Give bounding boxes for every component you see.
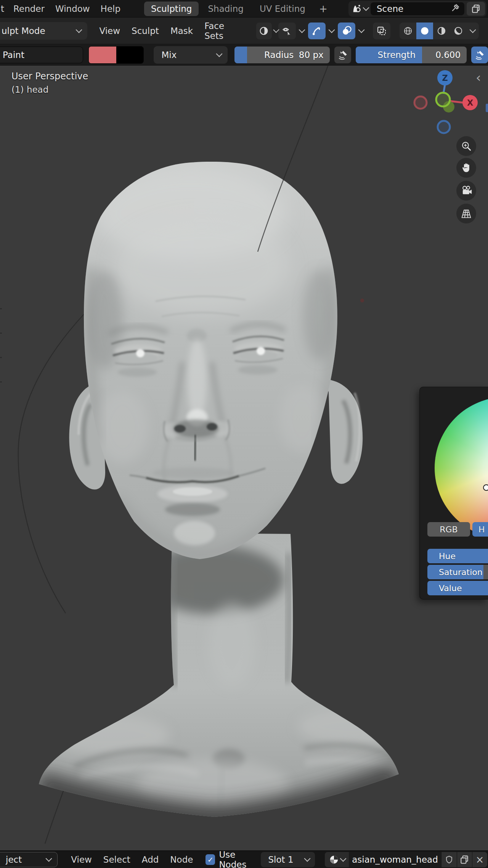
blender-sculpting-screen: { "topbar": { "clipped_menu_text": "t", … <box>0 0 488 868</box>
chevron-down-icon <box>76 26 82 33</box>
copy-material-icon[interactable] <box>457 852 472 867</box>
3d-viewport[interactable]: User Perspective (1) head Z X ‹ RGB H Hu… <box>0 66 488 850</box>
fake-user-shield-icon[interactable] <box>441 852 456 867</box>
menu-window[interactable]: Window <box>50 2 95 15</box>
show-gizmo-icon[interactable] <box>308 23 326 39</box>
chevron-down-icon <box>216 50 223 57</box>
topbar: t Render Window Help Sculpting Shading U… <box>0 0 488 18</box>
gizmo-z-label: Z <box>442 74 448 83</box>
edge-tick <box>0 333 2 334</box>
chevron-down-icon[interactable] <box>358 26 365 33</box>
zoom-icon[interactable] <box>456 136 476 156</box>
menu-add[interactable]: Add <box>136 853 165 866</box>
menu-select[interactable]: Select <box>98 853 136 866</box>
menu-mask[interactable]: Mask <box>165 24 199 37</box>
chevron-down-icon <box>340 855 346 862</box>
clipped-edit-menu[interactable]: t <box>0 2 8 15</box>
hue-slider[interactable]: Hue <box>427 549 488 563</box>
chevron-down-icon <box>304 855 311 862</box>
scene-icon[interactable] <box>350 3 361 14</box>
viewport-toggles <box>278 23 479 39</box>
xray-toggle-icon[interactable] <box>373 23 390 39</box>
edge-tick <box>0 381 2 383</box>
shader-type-selector[interactable]: ject <box>0 852 58 867</box>
strength-slider[interactable]: Strength 0.600 <box>356 47 467 63</box>
menu-render[interactable]: Render <box>8 2 50 15</box>
edge-tick <box>0 308 2 309</box>
workspace-tabs: Sculpting Shading UV Editing + <box>144 2 332 16</box>
primary-color-swatch[interactable] <box>89 47 116 63</box>
rendered-shading-icon[interactable] <box>450 23 467 39</box>
tab-sculpting[interactable]: Sculpting <box>144 2 199 16</box>
strength-pressure-icon[interactable] <box>471 47 488 63</box>
tool-settings-bar: Paint Mix Radius 80 px Strength 0.600 <box>0 44 488 66</box>
chevron-down-icon[interactable] <box>299 26 305 33</box>
show-overlays-icon[interactable] <box>338 23 355 39</box>
view-perspective-label: User Perspective <box>11 71 88 82</box>
camera-view-icon[interactable] <box>456 181 476 201</box>
pan-hand-icon[interactable] <box>456 158 476 178</box>
sculpt-torso <box>36 533 412 818</box>
viewport-header: ulpt Mode View Sculpt Mask Face Sets <box>0 18 488 44</box>
blend-mode-selector[interactable]: Mix <box>154 46 228 64</box>
use-nodes-checkbox[interactable]: ✓ <box>205 854 215 865</box>
color-wheel-cursor[interactable] <box>483 484 488 491</box>
gizmo-axis-neg-x[interactable] <box>414 96 427 109</box>
menu-sculpt[interactable]: Sculpt <box>126 24 165 37</box>
falloff-icon[interactable] <box>256 23 272 39</box>
active-tool-name[interactable]: Paint <box>0 47 83 63</box>
sculpt-canvas[interactable] <box>0 66 488 850</box>
material-name-field[interactable]: asian_woman_head <box>349 852 441 867</box>
shader-editor-header: ject View Select Add Node ✓ Use Nodes Sl… <box>0 850 488 868</box>
brush-color-swatches <box>88 46 144 64</box>
use-nodes-label: Use Nodes <box>219 850 260 868</box>
hsv-color-wheel[interactable] <box>435 397 488 539</box>
object-visibility-icon[interactable] <box>278 23 296 39</box>
chevron-down-icon <box>46 855 52 862</box>
chevron-down-icon[interactable] <box>363 4 369 11</box>
material-slot-selector[interactable]: Slot 1 <box>261 852 315 867</box>
material-preview-shading-icon[interactable] <box>433 23 450 39</box>
radius-slider[interactable]: Radius 80 px <box>234 47 330 63</box>
unlink-icon[interactable]: × <box>472 852 487 867</box>
shading-mode-group <box>400 23 479 39</box>
scene-name-field[interactable]: Scene <box>371 2 464 15</box>
solid-shading-icon[interactable] <box>416 23 433 39</box>
gizmo-axis-y[interactable] <box>436 93 450 106</box>
gizmo-axis-neg-z[interactable] <box>438 121 450 133</box>
tab-shading[interactable]: Shading <box>201 2 250 16</box>
secondary-color-swatch[interactable] <box>116 47 144 63</box>
menu-view[interactable]: View <box>65 853 98 866</box>
material-datablock: asian_woman_head × <box>325 852 487 867</box>
active-object-label: (1) head <box>11 85 48 95</box>
saturation-slider[interactable]: Saturation <box>427 565 488 579</box>
orthographic-grid-icon[interactable] <box>456 204 476 223</box>
color-picker-panel: RGB H Hue Saturation Value <box>419 387 488 600</box>
paint-dot <box>360 299 364 302</box>
mode-selector[interactable]: ulpt Mode <box>0 22 87 40</box>
tab-rgb[interactable]: RGB <box>427 522 470 537</box>
sidebar-collapse-arrow[interactable]: ‹ <box>476 71 481 84</box>
add-workspace-button[interactable]: + <box>315 3 332 14</box>
value-slider[interactable]: Value <box>427 581 488 595</box>
edge-tick <box>0 357 2 358</box>
chevron-down-icon[interactable] <box>470 26 476 33</box>
sidebar-tab-sliver[interactable] <box>486 104 488 112</box>
radius-pressure-icon[interactable] <box>334 47 351 63</box>
pin-icon[interactable] <box>451 3 461 14</box>
sculpt-head <box>84 162 337 559</box>
material-sphere-icon[interactable] <box>325 852 348 867</box>
wireframe-shading-icon[interactable] <box>400 23 416 39</box>
menu-view[interactable]: View <box>93 24 126 37</box>
tab-uv-editing[interactable]: UV Editing <box>253 2 312 16</box>
menu-face-sets[interactable]: Face Sets <box>199 19 247 42</box>
menu-help[interactable]: Help <box>95 2 126 15</box>
tab-hsv[interactable]: H <box>472 522 488 537</box>
menu-node[interactable]: Node <box>164 853 199 866</box>
gizmo-x-label: X <box>467 98 473 108</box>
scene-selector: Scene <box>348 1 486 17</box>
new-scene-button[interactable] <box>467 2 485 16</box>
chevron-down-icon[interactable] <box>329 26 335 33</box>
